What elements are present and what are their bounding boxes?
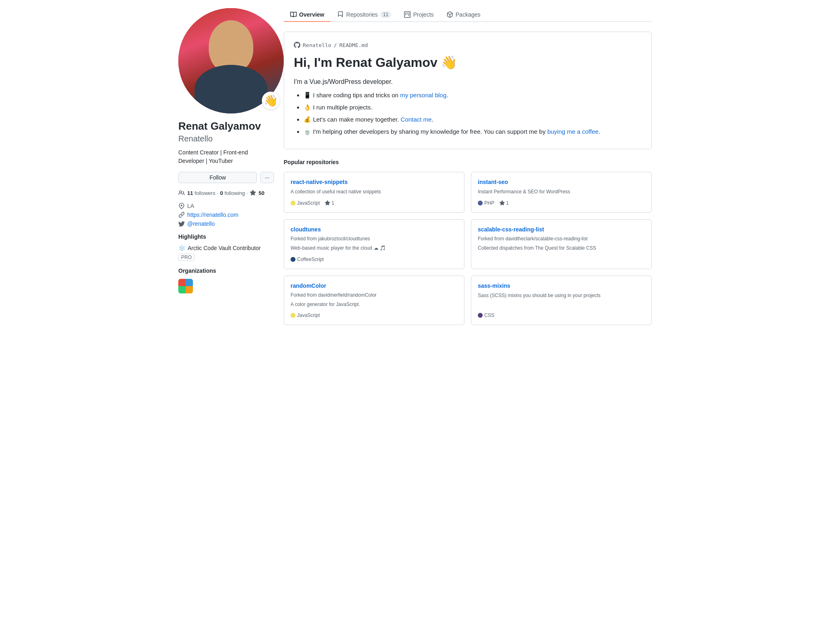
readme-bullet-1: 👌 I run multiple projects. [304,103,642,112]
repo-icon [337,11,344,18]
personal-blog-link[interactable]: my personal blog [400,92,446,98]
repo-link-cloudtunes[interactable]: cloudtunes [291,226,458,233]
repo-fork-randomcolor: Forked from davidmerfield/randomColor [291,292,458,298]
repo-meta-instant-seo: PHP 1 [478,200,645,206]
cat-icon [294,42,300,48]
readme-sep: / [334,42,337,48]
repo-meta-sass-mixins: CSS [478,312,645,318]
tab-overview-label: Overview [299,11,324,18]
repo-fork-cloudtunes: Forked from jakubroztocil/cloudtunes [291,236,458,242]
popular-repos-heading: Popular repositories [284,159,652,165]
repo-stars-react-native-snippets: 1 [325,200,334,206]
tab-repositories[interactable]: Repositories 11 [331,8,398,22]
repo-lang-sass-mixins: CSS [478,312,494,318]
repo-desc-sass-mixins: Sass (SCSS) mixins you should be using i… [478,292,645,308]
user-display-name: Renat Galyamov [178,120,274,133]
readme-bullets: 📱 I share coding tips and tricks on my p… [294,90,642,137]
arctic-label: Arctic Code Vault Contributor [188,245,261,251]
repo-desc-randomcolor: A color generator for JavaScript. [291,301,458,308]
twitter-icon [178,220,185,227]
star-icon [325,200,330,206]
repo-lang-cloudtunes: CoffeeScript [291,257,324,262]
repo-desc-react-native-snippets: A collection of useful react native snip… [291,188,458,195]
followers-link[interactable]: 11 followers [187,190,215,196]
organizations-list [178,279,274,293]
main-content: Overview Repositories 11 Projects Packag… [284,8,652,335]
people-icon [178,190,185,196]
repo-card-cloudtunes: cloudtunes Forked from jakubroztocil/clo… [284,219,464,269]
follow-button[interactable]: Follow [178,172,257,183]
repo-meta-randomcolor: JavaScript [291,312,458,318]
pro-badge: PRO [178,254,195,261]
tab-projects[interactable]: Projects [398,8,440,22]
repo-card-instant-seo: instant-seo Instant Performance & SEO fo… [471,172,652,213]
repo-lang-react-native-snippets: JavaScript [291,200,320,206]
sidebar: 👋 Renat Galyamov Renatello Content Creat… [178,8,284,335]
repo-stars-instant-seo: 1 [499,200,509,206]
repo-meta-cloudtunes: CoffeeScript [291,257,458,262]
book-icon [290,11,297,18]
more-options-button[interactable]: ··· [260,172,274,183]
twitter-item[interactable]: @renatello [178,220,274,227]
website-item[interactable]: https://renatello.com [178,212,274,218]
tab-projects-label: Projects [413,11,434,18]
repo-link-scalable-css[interactable]: scalable-css-reading-list [478,226,645,233]
location-text: LA [187,203,194,209]
lang-dot [478,313,483,318]
repo-meta-react-native-snippets: JavaScript 1 [291,200,458,206]
package-icon [447,11,453,18]
tab-repositories-label: Repositories [346,11,378,18]
highlights-list: ❄️ Arctic Code Vault Contributor PRO [178,245,274,261]
repo-card-react-native-snippets: react-native-snippets A collection of us… [284,172,464,213]
arctic-icon: ❄️ [178,245,185,251]
readme-user: Renatello [303,42,331,48]
repo-desc-cloudtunes: Web-based music player for the cloud ☁ 🎵 [291,245,458,252]
link-icon [178,212,185,218]
repo-fork-scalable-css: Forked from davidtheclark/scalable-css-r… [478,236,645,242]
repos-grid: react-native-snippets A collection of us… [284,172,652,325]
repo-lang-instant-seo: PHP [478,200,494,206]
contact-link[interactable]: Contact me [401,116,432,123]
repo-link-instant-seo[interactable]: instant-seo [478,179,645,185]
star-icon [499,200,505,206]
avatar-container: 👋 [178,8,284,113]
repo-link-sass-mixins[interactable]: sass-mixins [478,282,645,289]
stars-link[interactable]: 50 [259,190,264,196]
twitter-link[interactable]: @renatello [187,220,215,227]
user-handle: Renatello [178,134,274,143]
repositories-count: 11 [380,11,391,18]
org-avatar[interactable] [178,279,193,293]
readme-subtitle: I'm a Vue.js/WordPress developer. [294,78,642,86]
repo-card-randomcolor: randomColor Forked from davidmerfield/ra… [284,276,464,325]
readme-breadcrumb: Renatello / README.md [294,42,642,48]
user-bio: Content Creator | Front-end Developer | … [178,148,274,165]
readme-bullet-3: 🍵 I'm helping other developers by sharin… [304,127,642,137]
readme-card: Renatello / README.md Hi, I'm Renat Galy… [284,32,652,149]
website-link[interactable]: https://renatello.com [187,212,238,218]
coffee-link[interactable]: buying me a coffee [547,128,598,135]
readme-title: Hi, I'm Renat Galyamov 👋 [294,55,642,70]
readme-file: README.md [339,42,368,48]
tab-overview[interactable]: Overview [284,8,331,22]
repo-card-sass-mixins: sass-mixins Sass (SCSS) mixins you shoul… [471,276,652,325]
organizations-heading: Organizations [178,267,274,274]
readme-bullet-2: 💰 Let's can make money together. Contact… [304,115,642,124]
follow-action-row: Follow ··· [178,172,274,183]
repo-desc-instant-seo: Instant Performance & SEO for WordPress [478,188,645,195]
highlights-heading: Highlights [178,233,274,240]
highlight-item-arctic: ❄️ Arctic Code Vault Contributor [178,245,274,251]
repo-desc-scalable-css: Collected dispatches from The Quest for … [478,245,645,257]
lang-dot [478,201,483,205]
lang-dot [291,201,295,205]
repo-link-randomcolor[interactable]: randomColor [291,282,458,289]
location-item: LA [178,203,274,209]
user-meta-list: LA https://renatello.com @renatello [178,203,274,227]
avatar-emoji: 👋 [262,92,280,109]
lang-dot [291,257,295,262]
readme-bullet-0: 📱 I share coding tips and tricks on my p… [304,90,642,100]
repo-link-react-native-snippets[interactable]: react-native-snippets [291,179,458,185]
tab-packages[interactable]: Packages [440,8,487,22]
following-link[interactable]: 0 following [220,190,245,196]
tab-packages-label: Packages [456,11,480,18]
stats-row: 11 followers · 0 following · 50 [178,190,274,196]
